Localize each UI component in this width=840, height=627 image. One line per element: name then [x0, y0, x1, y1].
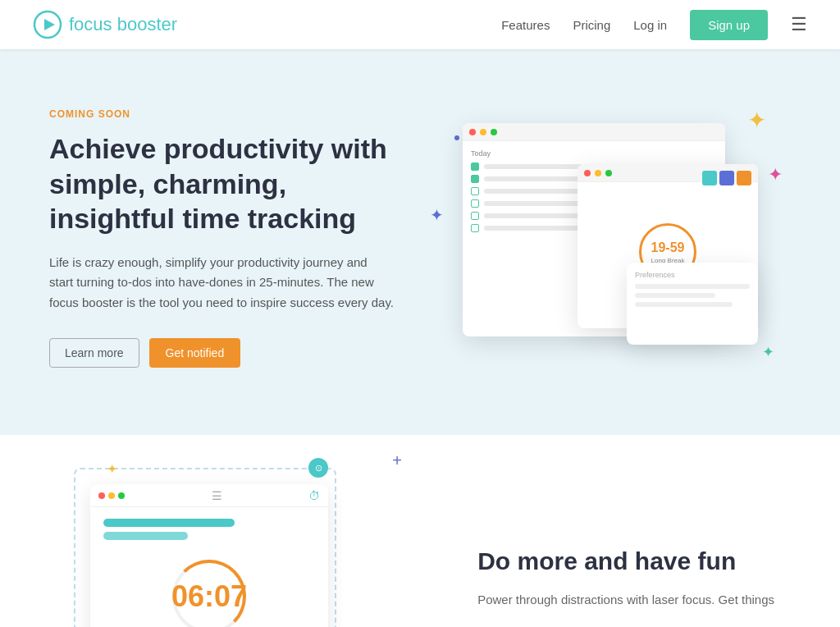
svg-marker-1: [44, 19, 55, 30]
star-teal-icon: ✦: [762, 343, 774, 361]
logo-link[interactable]: focus booster: [33, 10, 177, 39]
section2-description: Power through distractions with laser fo…: [477, 590, 774, 611]
task-check-icon: [471, 212, 479, 220]
signup-button[interactable]: Sign up: [690, 10, 768, 40]
hero-title: Achieve productivity with simple, charmi…: [49, 131, 394, 236]
coming-soon-badge: COMING SOON: [49, 108, 394, 120]
window-titlebar-main: [463, 123, 725, 141]
deco-circle-top: ⊙: [308, 458, 328, 478]
section2-illustration: ⊙ ⊙ ✦ + + ☰ ⏱ 06:0: [66, 484, 377, 627]
menu-icon: ☰: [212, 489, 222, 502]
logo-icon: [33, 10, 62, 39]
dot-green-icon: [491, 129, 497, 135]
hero-illustration: ✦ ✦ ✦ ✦ Today: [413, 98, 791, 378]
dot-yellow-icon: [108, 492, 115, 499]
clock-icon: ⏱: [308, 489, 320, 502]
star-blue-icon: ✦: [430, 205, 444, 225]
pref-bar: [635, 293, 715, 298]
dot-yellow-icon: [480, 129, 486, 135]
deco-star-icon: ✦: [107, 461, 117, 477]
today-label: Today: [471, 149, 717, 158]
big-timer-value: 06:07: [171, 579, 247, 614]
learn-more-button[interactable]: Learn more: [49, 338, 139, 368]
dot-red-icon: [469, 129, 476, 135]
hero-buttons: Learn more Get notified: [49, 338, 394, 368]
timer-value: 19-59: [651, 240, 685, 255]
features-link[interactable]: Features: [501, 18, 550, 32]
dot-red-icon: [584, 170, 591, 176]
prefs-label: Preferences: [635, 271, 750, 279]
pref-bar: [635, 302, 733, 307]
dot-yellow-icon: [595, 170, 601, 176]
dot-green-icon: [118, 492, 125, 499]
task-check-icon: [471, 175, 479, 183]
dot-blue-decoration: [454, 135, 459, 140]
star-gold-icon: ✦: [747, 107, 766, 134]
task-check-icon: [471, 199, 479, 208]
section2-text: Do more and have fun Power through distr…: [477, 547, 774, 611]
app-mockup2: ☰ ⏱ 06:07: [90, 484, 328, 627]
get-notified-button[interactable]: Get notified: [149, 338, 241, 368]
section2-title: Do more and have fun: [477, 547, 774, 575]
task-check-icon: [471, 187, 479, 195]
window-body-prefs: Preferences: [627, 263, 758, 315]
logo-text: focus booster: [69, 14, 177, 35]
hero-content: COMING SOON Achieve productivity with si…: [49, 108, 394, 368]
pricing-link[interactable]: Pricing: [573, 18, 610, 32]
nav-links: Features Pricing Log in Sign up ☰: [501, 10, 807, 40]
app-window-prefs: Preferences: [627, 263, 758, 345]
deco-plus-tr-icon: +: [392, 451, 402, 470]
task-check-icon: [471, 162, 479, 171]
timer-display-area: 06:07: [103, 547, 315, 627]
mockup2-titlebar: ☰ ⏱: [90, 484, 328, 507]
hero-description: Life is crazy enough, simplify your prod…: [49, 253, 394, 314]
star-pink-icon: ✦: [768, 164, 783, 185]
hamburger-menu-button[interactable]: ☰: [791, 14, 807, 35]
progress-bar-full: [103, 519, 235, 527]
login-link[interactable]: Log in: [633, 18, 667, 32]
mockup2-dots: [98, 492, 125, 499]
navbar: focus booster Features Pricing Log in Si…: [0, 0, 840, 49]
timer-arc: 06:07: [172, 560, 246, 627]
dot-red-icon: [98, 492, 105, 499]
window-titlebar-timer: [578, 164, 758, 182]
mockup2-body: 06:07: [90, 507, 328, 627]
progress-bar-half: [103, 532, 188, 540]
section2: ⊙ ⊙ ✦ + + ☰ ⏱ 06:0: [0, 435, 840, 627]
dot-green-icon: [605, 170, 612, 176]
task-check-icon: [471, 224, 479, 232]
hero-section: COMING SOON Achieve productivity with si…: [0, 49, 840, 435]
progress-container: [103, 519, 315, 540]
pref-bar: [635, 284, 750, 289]
